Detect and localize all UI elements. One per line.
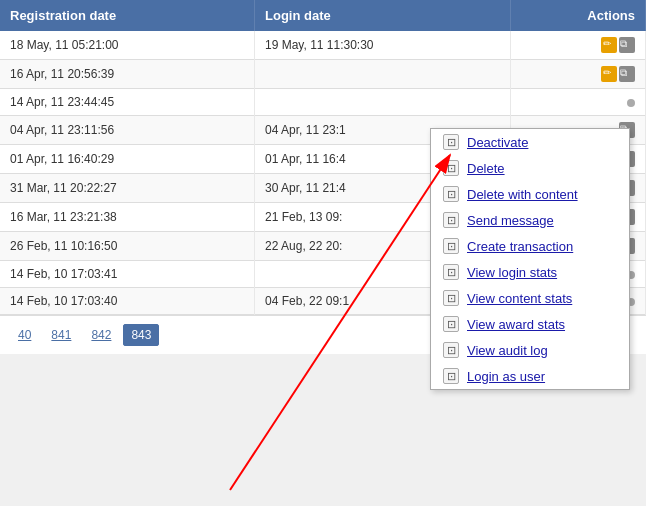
context-menu-item[interactable]: ⊡Login as user bbox=[431, 363, 629, 389]
context-menu-item[interactable]: ⊡Delete bbox=[431, 155, 629, 181]
context-menu-item-icon: ⊡ bbox=[443, 342, 459, 358]
context-menu-item-icon: ⊡ bbox=[443, 238, 459, 254]
registration-date-cell: 31 Mar, 11 20:22:27 bbox=[0, 174, 255, 203]
context-menu-item-label: Deactivate bbox=[467, 135, 528, 150]
table-row: 16 Apr, 11 20:56:39 bbox=[0, 60, 646, 89]
context-menu-item[interactable]: ⊡View login stats bbox=[431, 259, 629, 285]
context-menu-item-icon: ⊡ bbox=[443, 368, 459, 384]
table-row: 18 May, 11 05:21:0019 May, 11 11:30:30 bbox=[0, 31, 646, 60]
registration-date-cell: 14 Feb, 10 17:03:41 bbox=[0, 261, 255, 288]
context-menu-item-label: Login as user bbox=[467, 369, 545, 384]
login-date-cell bbox=[255, 89, 511, 116]
login-date-cell: 19 May, 11 11:30:30 bbox=[255, 31, 511, 60]
edit-icon[interactable] bbox=[601, 66, 617, 82]
context-menu-item-label: View content stats bbox=[467, 291, 572, 306]
registration-date-cell: 01 Apr, 11 16:40:29 bbox=[0, 145, 255, 174]
registration-date-cell: 14 Apr, 11 23:44:45 bbox=[0, 89, 255, 116]
login-date-cell bbox=[255, 60, 511, 89]
page-link[interactable]: 40 bbox=[10, 324, 39, 346]
registration-date-cell: 18 May, 11 05:21:00 bbox=[0, 31, 255, 60]
context-menu-item-icon: ⊡ bbox=[443, 290, 459, 306]
context-menu-item-icon: ⊡ bbox=[443, 264, 459, 280]
table-row: 14 Apr, 11 23:44:45 bbox=[0, 89, 646, 116]
page-link[interactable]: 842 bbox=[83, 324, 119, 346]
actions-cell bbox=[510, 31, 645, 60]
context-menu-item[interactable]: ⊡View content stats bbox=[431, 285, 629, 311]
context-menu-item[interactable]: ⊡Deactivate bbox=[431, 129, 629, 155]
copy-icon[interactable] bbox=[619, 66, 635, 82]
context-menu-item-icon: ⊡ bbox=[443, 316, 459, 332]
col-header-registration[interactable]: Registration date bbox=[0, 0, 255, 31]
copy-icon[interactable] bbox=[619, 37, 635, 53]
registration-date-cell: 16 Mar, 11 23:21:38 bbox=[0, 203, 255, 232]
edit-icon[interactable] bbox=[601, 37, 617, 53]
col-header-login[interactable]: Login date bbox=[255, 0, 511, 31]
context-menu-item-label: Create transaction bbox=[467, 239, 573, 254]
context-menu-item-label: View login stats bbox=[467, 265, 557, 280]
context-menu-item[interactable]: ⊡Send message bbox=[431, 207, 629, 233]
context-menu-item-icon: ⊡ bbox=[443, 134, 459, 150]
context-menu-item[interactable]: ⊡Delete with content bbox=[431, 181, 629, 207]
registration-date-cell: 14 Feb, 10 17:03:40 bbox=[0, 288, 255, 315]
context-menu-item[interactable]: ⊡Create transaction bbox=[431, 233, 629, 259]
context-menu-item-icon: ⊡ bbox=[443, 160, 459, 176]
page-link[interactable]: 841 bbox=[43, 324, 79, 346]
actions-cell bbox=[510, 89, 645, 116]
context-menu-item-label: View audit log bbox=[467, 343, 548, 358]
context-menu-item[interactable]: ⊡View award stats bbox=[431, 311, 629, 337]
registration-date-cell: 04 Apr, 11 23:11:56 bbox=[0, 116, 255, 145]
page-link[interactable]: 843 bbox=[123, 324, 159, 346]
context-menu-item[interactable]: ⊡View audit log bbox=[431, 337, 629, 363]
col-header-actions: Actions bbox=[510, 0, 645, 31]
registration-date-cell: 26 Feb, 11 10:16:50 bbox=[0, 232, 255, 261]
registration-date-cell: 16 Apr, 11 20:56:39 bbox=[0, 60, 255, 89]
context-menu-item-label: View award stats bbox=[467, 317, 565, 332]
context-menu-item-label: Delete bbox=[467, 161, 505, 176]
context-menu: ⊡Deactivate⊡Delete⊡Delete with content⊡S… bbox=[430, 128, 630, 390]
context-menu-item-icon: ⊡ bbox=[443, 212, 459, 228]
context-menu-item-icon: ⊡ bbox=[443, 186, 459, 202]
actions-cell bbox=[510, 60, 645, 89]
context-menu-item-label: Delete with content bbox=[467, 187, 578, 202]
status-dot bbox=[627, 99, 635, 107]
context-menu-item-label: Send message bbox=[467, 213, 554, 228]
